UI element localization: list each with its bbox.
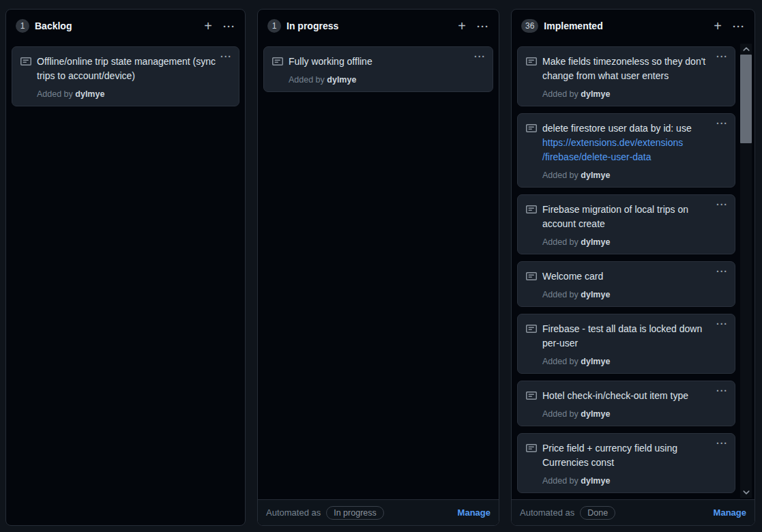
card-count-badge: 1 xyxy=(267,19,281,33)
note-icon xyxy=(526,56,537,69)
card-author: dylmye xyxy=(581,89,610,99)
note-icon xyxy=(526,443,537,456)
card-meta: Added by dylmye xyxy=(542,357,727,366)
project-card[interactable]: Firebase migration of local trips on acc… xyxy=(517,194,735,254)
card-menu-button[interactable]: ··· xyxy=(716,319,728,329)
card-content: Firebase - test all data is locked down … xyxy=(542,322,727,366)
column-header-actions: + ··· xyxy=(203,19,237,33)
card-title: Make fields timezoneless so they don't c… xyxy=(542,55,727,83)
added-by-label: Added by xyxy=(542,476,578,486)
card-menu-button[interactable]: ··· xyxy=(716,199,728,210)
column-title: Backlog xyxy=(35,20,72,31)
column-header: 36 Implemented + ··· xyxy=(512,10,754,42)
card-title: Hotel check-in/check-out item type xyxy=(542,389,727,403)
card-meta: Added by dylmye xyxy=(542,89,727,99)
column-footer: Automated as In progress Manage xyxy=(258,499,499,525)
column-card-list: Make fields timezoneless so they don't c… xyxy=(512,42,754,499)
column-in-progress: 1 In progress + ··· Fully working offlin… xyxy=(257,9,499,526)
scroll-down-arrow-icon[interactable] xyxy=(740,487,752,498)
card-content: Fully working offline Added by dylmye xyxy=(289,55,484,85)
column-title: Implemented xyxy=(544,20,602,31)
card-menu-button[interactable]: ··· xyxy=(716,438,728,449)
project-card[interactable]: Make fields timezoneless so they don't c… xyxy=(517,46,735,106)
scroll-up-arrow-icon[interactable] xyxy=(740,44,752,55)
card-author: dylmye xyxy=(581,171,610,180)
automated-as-label: Automated as xyxy=(266,507,321,518)
card-content: Firebase migration of local trips on acc… xyxy=(542,203,727,247)
manage-link[interactable]: Manage xyxy=(714,507,746,518)
note-icon xyxy=(526,390,537,403)
added-by-label: Added by xyxy=(289,75,325,85)
added-by-label: Added by xyxy=(542,290,578,299)
project-card[interactable]: Offline/online trip state management (sy… xyxy=(12,46,239,106)
column-menu-button[interactable]: ··· xyxy=(222,21,237,31)
note-icon xyxy=(20,56,31,69)
card-meta: Added by dylmye xyxy=(542,290,727,299)
column-card-list: Fully working offline Added by dylmye ··… xyxy=(258,42,499,499)
card-author: dylmye xyxy=(327,75,356,85)
add-card-button[interactable]: + xyxy=(712,19,723,33)
column-header: 1 In progress + ··· xyxy=(258,10,499,42)
card-author: dylmye xyxy=(581,476,610,486)
scrollbar-thumb[interactable] xyxy=(740,55,752,143)
card-menu-button[interactable]: ··· xyxy=(716,118,728,129)
project-card[interactable]: delete firestore user data by id: use ht… xyxy=(517,113,735,188)
project-card[interactable]: Firebase - test all data is locked down … xyxy=(517,314,735,374)
card-content: Hotel check-in/check-out item type Added… xyxy=(542,389,727,419)
card-title: Price field + currency field using Curre… xyxy=(542,441,727,470)
added-by-label: Added by xyxy=(542,237,578,247)
card-title: Fully working offline xyxy=(289,55,484,69)
note-icon xyxy=(526,271,537,284)
column-title: In progress xyxy=(287,20,338,31)
card-meta: Added by dylmye xyxy=(542,409,727,419)
column-scrollbar[interactable] xyxy=(740,44,752,498)
card-author: dylmye xyxy=(581,237,610,247)
add-card-button[interactable]: + xyxy=(203,19,214,33)
automation-state-pill: In progress xyxy=(326,506,384,520)
card-meta: Added by dylmye xyxy=(542,171,727,180)
card-meta: Added by dylmye xyxy=(542,237,727,247)
add-card-button[interactable]: + xyxy=(456,19,467,33)
card-menu-button[interactable]: ··· xyxy=(716,266,728,277)
added-by-label: Added by xyxy=(542,171,578,180)
note-icon xyxy=(272,56,283,69)
note-icon xyxy=(526,123,537,136)
column-header: 1 Backlog + ··· xyxy=(6,10,245,42)
card-author: dylmye xyxy=(581,357,610,366)
card-title: Offline/online trip state management (sy… xyxy=(37,55,231,83)
column-backlog: 1 Backlog + ··· Offline/online trip stat… xyxy=(5,9,246,526)
card-content: Welcome card Added by dylmye xyxy=(542,269,727,299)
project-card[interactable]: Welcome card Added by dylmye ··· xyxy=(517,261,735,307)
column-menu-button[interactable]: ··· xyxy=(475,21,490,31)
card-title: Firebase migration of local trips on acc… xyxy=(542,203,727,231)
column-implemented: 36 Implemented + ··· Make fields timezon… xyxy=(511,9,755,526)
added-by-label: Added by xyxy=(37,89,73,99)
card-link-line: https://extensions.dev/extensions xyxy=(542,137,683,148)
added-by-label: Added by xyxy=(542,409,578,419)
card-meta: Added by dylmye xyxy=(289,75,484,85)
project-card[interactable]: Price field + currency field using Curre… xyxy=(517,433,735,493)
card-author: dylmye xyxy=(75,89,104,99)
card-count-badge: 1 xyxy=(16,19,29,33)
column-card-list: Offline/online trip state management (sy… xyxy=(6,42,245,525)
card-title: Welcome card xyxy=(542,269,727,284)
project-card[interactable]: Fully working offline Added by dylmye ··… xyxy=(263,46,493,92)
card-menu-button[interactable]: ··· xyxy=(474,51,486,62)
card-menu-button[interactable]: ··· xyxy=(716,385,728,396)
card-link[interactable]: https://extensions.dev/extensions /fireb… xyxy=(542,136,727,164)
card-content: delete firestore user data by id: use ht… xyxy=(542,121,727,180)
column-menu-button[interactable]: ··· xyxy=(731,21,746,31)
card-title: delete firestore user data by id: use xyxy=(542,121,727,136)
card-menu-button[interactable]: ··· xyxy=(716,51,728,62)
note-icon xyxy=(526,323,537,336)
manage-link[interactable]: Manage xyxy=(458,507,490,518)
card-meta: Added by dylmye xyxy=(542,476,727,486)
card-meta: Added by dylmye xyxy=(37,89,231,99)
column-header-actions: + ··· xyxy=(712,19,746,33)
card-author: dylmye xyxy=(581,290,610,299)
automated-as-label: Automated as xyxy=(520,507,574,518)
card-menu-button[interactable]: ··· xyxy=(220,51,232,62)
card-content: Offline/online trip state management (sy… xyxy=(37,55,231,99)
project-card[interactable]: Hotel check-in/check-out item type Added… xyxy=(517,381,735,426)
card-author: dylmye xyxy=(581,409,610,419)
